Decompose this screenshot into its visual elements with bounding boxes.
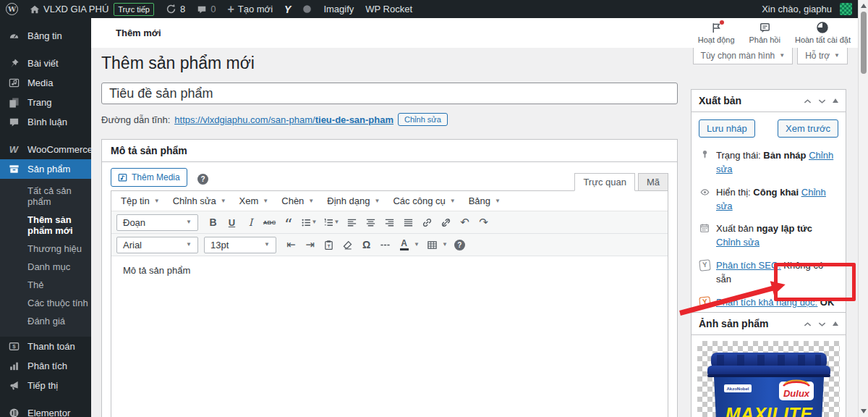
paste-as-text-icon[interactable]: T [320,236,338,253]
redo-icon[interactable]: ↷ [475,214,493,231]
font-size-select[interactable]: 13pt▼ [204,237,276,253]
edit-schedule-link[interactable]: Chỉnh sửa [716,237,760,248]
align-right-icon[interactable] [380,214,399,231]
edit-permalink-button[interactable]: Chỉnh sửa [398,113,448,126]
move-down-icon[interactable] [818,318,826,329]
menu-file[interactable]: Tệp tin▼ [114,193,166,209]
undo-icon[interactable]: ↶ [456,214,474,231]
collapse-toggle-icon[interactable] [833,321,838,326]
chevron-down-icon[interactable]: ▼ [442,242,448,248]
tab-visual[interactable]: Trực quan [574,173,635,191]
sidebar-item-elementor[interactable]: Elementor [0,403,91,417]
scroll-up-icon[interactable] [861,4,867,8]
sidebar-item-pages[interactable]: Trang [0,93,91,112]
products-box-icon [7,164,21,174]
menu-table[interactable]: Bảng▼ [462,193,507,209]
comments-menu[interactable]: 0 [191,0,221,18]
preview-button[interactable]: Xem trước [778,119,838,138]
move-up-icon[interactable] [804,95,812,106]
wp-logo-menu[interactable]: W [0,0,24,18]
feedback-button[interactable]: Phản hồi [749,20,780,44]
menu-format[interactable]: Định dạng▼ [320,193,386,209]
imagify-menu[interactable]: Imagify [318,0,359,18]
updates-menu[interactable]: 8 [160,0,191,18]
add-media-button[interactable]: Thêm Media [111,168,187,187]
sidebar-item-marketing[interactable]: Tiếp thị [0,376,91,395]
chevron-down-icon: ▼ [450,198,456,204]
finish-setup-button[interactable]: Hoàn tất cài đặt [795,20,851,44]
product-image-panel-header[interactable]: Ảnh sản phẩm [692,313,846,335]
text-color-icon[interactable]: A [395,236,413,253]
vertical-scrollbar[interactable] [858,0,868,417]
move-up-icon[interactable] [804,318,812,329]
align-center-icon[interactable] [362,214,380,231]
tab-code[interactable]: Mã [638,173,668,191]
align-left-icon[interactable] [343,214,361,231]
menu-edit[interactable]: Chỉnh sửa▼ [166,193,233,209]
menu-tools[interactable]: Các công cụ▼ [386,193,461,209]
sidebar-item-comments[interactable]: Bình luận [0,112,91,132]
sidebar-item-analytics[interactable]: Phân tích [0,356,91,376]
special-character-icon[interactable]: Ω [357,236,375,253]
help-tab[interactable]: Hỗ trợ ▼ [797,48,848,64]
chevron-down-icon[interactable]: ▼ [414,242,420,248]
menu-view[interactable]: Xem▼ [233,193,276,209]
site-menu[interactable]: VLXD GIA PHÚ Trực tiếp [24,0,160,18]
unlink-icon[interactable] [437,214,455,231]
product-title-input[interactable] [101,83,678,104]
bullet-list-icon[interactable]: ▼ [298,214,320,231]
sidebar-item-woocommerce[interactable]: W WooCommerce [0,140,91,159]
wp-rocket-menu[interactable]: WP Rocket [359,0,418,18]
submenu-categories[interactable]: Danh mục [0,258,91,276]
scroll-down-icon[interactable] [861,409,867,413]
submenu-add-new-product[interactable]: Thêm sản phẩm mới [0,211,91,240]
sidebar-item-posts[interactable]: Bài viết [0,54,91,73]
readability-analysis-link[interactable]: Phân tích khả năng đọc: [716,297,817,308]
imagify-label: Imagify [323,4,354,14]
table-icon[interactable] [423,236,441,253]
blockquote-icon[interactable]: “ [279,214,297,231]
link-icon[interactable] [418,214,436,231]
paragraph-format-select[interactable]: Đoạn▼ [116,214,198,231]
product-image-thumbnail[interactable]: AkzoNobel Dulux MAXILITE TOUGH [697,341,840,417]
submenu-all-products[interactable]: Tất cả sản phẩm [0,182,91,211]
clear-formatting-icon[interactable] [339,236,357,253]
yoast-menu[interactable]: Y [278,0,297,18]
bold-icon[interactable]: B [204,214,222,231]
underline-icon[interactable]: U [223,214,241,231]
scrollbar-thumb[interactable] [861,12,867,74]
italic-icon[interactable]: I [242,214,260,231]
strikethrough-icon[interactable]: ABC [260,214,278,231]
horizontal-rule-icon[interactable] [376,236,394,253]
permalink-link[interactable]: https://vlxdgiaphu.com/san-pham/tieu-de-… [174,114,393,125]
my-account-menu[interactable]: Xin chào, giaphu [756,0,858,18]
editor-help-icon[interactable]: ? [197,174,208,185]
submenu-tags[interactable]: Thẻ [0,276,91,294]
indent-icon[interactable]: ⇥ [301,236,319,253]
numbered-list-icon[interactable]: ▼ [320,214,342,231]
description-panel-header[interactable]: Mô tả sản phẩm [102,140,677,162]
sidebar-item-media[interactable]: Media [0,73,91,93]
imagify-bubble-menu[interactable] [297,0,318,18]
seo-analysis-link[interactable]: Phân tích SEO: [716,260,781,271]
submenu-reviews[interactable]: Đánh giá [0,312,91,330]
visibility-label: Hiển thị: [716,187,751,198]
sidebar-item-dashboard[interactable]: Bảng tin [0,26,91,46]
outdent-icon[interactable]: ⇤ [282,236,300,253]
submenu-brands[interactable]: Thương hiệu [0,240,91,258]
justify-icon[interactable] [399,214,417,231]
move-down-icon[interactable] [818,95,826,106]
font-family-select[interactable]: Arial▼ [116,237,198,253]
publish-panel-header[interactable]: Xuất bản [692,90,846,112]
toolbar-help-icon[interactable]: ? [454,240,465,250]
sidebar-item-payments[interactable]: $ Thanh toán [0,337,91,356]
sidebar-item-products[interactable]: Sản phẩm [0,159,91,179]
submenu-attributes[interactable]: Các thuộc tính [0,294,91,312]
menu-insert[interactable]: Chèn▼ [275,193,320,209]
activity-button[interactable]: Hoạt động [698,20,735,44]
collapse-toggle-icon[interactable] [833,98,838,103]
new-content-menu[interactable]: + Tạo mới [221,0,278,18]
screen-options-tab[interactable]: Tùy chọn màn hình ▼ [693,48,793,64]
editor-body[interactable]: Mô tả sản phẩm [111,256,668,417]
save-draft-button[interactable]: Lưu nháp [699,119,755,138]
